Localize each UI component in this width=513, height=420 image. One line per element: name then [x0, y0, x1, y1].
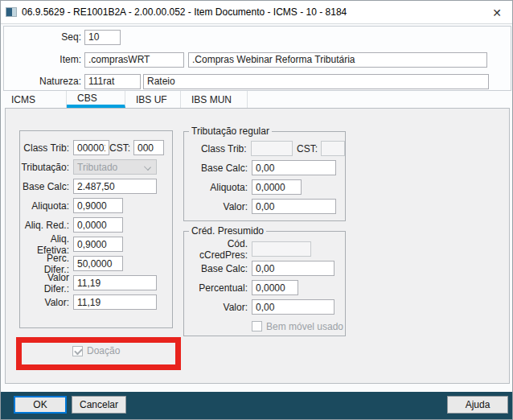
ccredpres-label: Cód. cCredPres: — [184, 238, 252, 261]
perc-difer-row: Perc. Difer.: — [20, 256, 172, 271]
tributacao-regular-groupbox: Tributação regular Class Trib: CST: Base… — [183, 131, 346, 221]
ok-button[interactable]: OK — [14, 396, 67, 414]
seq-label: Seq: — [4, 31, 81, 43]
reg-aliquota-input[interactable] — [252, 179, 302, 195]
valor-difer-row: Valor Difer.: — [20, 275, 172, 290]
cst-label: CST: — [109, 142, 133, 154]
close-button[interactable]: ✕ — [488, 4, 506, 21]
percentual-row: Percentual: — [184, 280, 345, 295]
pres-valor-input[interactable] — [252, 299, 334, 315]
seq-input[interactable] — [84, 30, 121, 45]
percentual-input[interactable] — [252, 280, 298, 295]
reg-base-calc-input[interactable] — [252, 160, 336, 175]
ccredpres-input[interactable] — [252, 241, 311, 257]
base-calc-input[interactable] — [73, 179, 157, 194]
natureza-code-input[interactable] — [84, 74, 141, 89]
item-label: Item: — [4, 54, 81, 65]
aliquota-row: Aliquota: — [20, 198, 172, 213]
reg-valor-row: Valor: — [184, 199, 345, 214]
tab-ibs-uf[interactable]: IBS UF — [125, 91, 181, 108]
close-icon: ✕ — [492, 6, 502, 19]
aliq-efetiva-input[interactable] — [73, 237, 123, 252]
reg-valor-label: Valor: — [184, 201, 252, 212]
doacao-checkbox-label: Doação — [87, 345, 120, 356]
perc-difer-input[interactable] — [73, 256, 123, 271]
pres-base-calc-label: Base Calc: — [184, 263, 252, 274]
cancel-button[interactable]: Cancelar — [72, 396, 126, 414]
aliquota-label: Aliquota: — [20, 200, 73, 212]
reg-cst-label: CST: — [293, 143, 321, 154]
cred-presumido-title: Créd. Presumido — [189, 225, 266, 237]
window-icon — [6, 7, 17, 17]
seq-row: Seq: — [4, 29, 511, 45]
aliq-red-row: Aliq. Red.: — [20, 217, 172, 233]
tab-ibs-uf-label: IBS UF — [136, 94, 167, 105]
natureza-label: Natureza: — [4, 76, 81, 87]
aliquota-input[interactable] — [73, 198, 123, 213]
reg-cst-input[interactable] — [321, 141, 345, 156]
reg-aliquota-label: Aliquota: — [184, 182, 252, 193]
tributacao-dropdown[interactable]: Tributado — [73, 159, 157, 175]
doacao-checkbox[interactable]: Doação — [72, 345, 120, 356]
ccredpres-row: Cód. cCredPres: — [184, 241, 345, 257]
tributacao-value: Tributado — [77, 162, 117, 173]
tab-icms[interactable]: ICMS — [1, 91, 67, 108]
reg-aliquota-row: Aliquota: — [184, 179, 345, 195]
valor-row: Valor: — [20, 294, 172, 310]
class-trib-input[interactable] — [73, 140, 109, 155]
reg-base-calc-label: Base Calc: — [184, 163, 252, 174]
header-panel: Seq: Item: Natureza: — [3, 26, 511, 91]
cst-input[interactable] — [133, 140, 164, 155]
item-row: Item: — [4, 51, 511, 68]
chevron-down-icon — [144, 163, 151, 171]
item-code-input[interactable] — [84, 52, 184, 68]
tab-icms-label: ICMS — [11, 94, 35, 105]
pres-base-calc-input[interactable] — [252, 261, 334, 276]
checkbox-unchecked-icon — [252, 321, 262, 331]
reg-class-trib-input[interactable] — [251, 141, 293, 156]
tabbar: ICMS CBS IBS UF IBS MUN — [1, 91, 512, 108]
tributacao-row: Tributação: Tributado — [20, 159, 172, 175]
percentual-label: Percentual: — [184, 282, 252, 294]
help-button[interactable]: Ajuda — [447, 396, 508, 414]
natureza-row: Natureza: — [4, 73, 511, 89]
reg-base-calc-row: Base Calc: — [184, 160, 345, 175]
class-trib-label: Class Trib: — [20, 142, 73, 154]
aliq-red-label: Aliq. Red.: — [20, 220, 73, 231]
natureza-desc-input[interactable] — [143, 74, 489, 89]
tributacao-regular-title: Tributação regular — [189, 126, 272, 137]
pres-valor-label: Valor: — [184, 302, 252, 313]
tab-cbs[interactable]: CBS — [67, 91, 125, 108]
tributacao-label: Tributação: — [20, 162, 73, 173]
class-trib-row: Class Trib: CST: — [20, 140, 172, 155]
cbs-left-groupbox: Class Trib: CST: Tributação: Tributado B… — [19, 130, 173, 328]
cbs-tab-panel: Class Trib: CST: Tributação: Tributado B… — [5, 108, 510, 384]
cred-presumido-groupbox: Créd. Presumido Cód. cCredPres: Base Cal… — [183, 231, 346, 336]
base-calc-row: Base Calc: — [20, 179, 172, 194]
tab-ibs-mun-label: IBS MUN — [191, 94, 232, 105]
bem-movel-checkbox[interactable]: Bem móvel usado — [252, 321, 343, 332]
reg-class-trib-row: Class Trib: CST: — [184, 141, 345, 156]
aliq-efetiva-row: Aliq. Efetiva: — [20, 237, 172, 252]
tab-cbs-label: CBS — [77, 93, 97, 104]
aliq-red-input[interactable] — [73, 217, 123, 233]
valor-difer-label: Valor Difer.: — [20, 272, 73, 294]
valor-difer-input[interactable] — [73, 275, 157, 290]
reg-valor-input[interactable] — [252, 199, 336, 214]
item-documento-dialog: 06.9.5629 - RE1001B2A - 2.00.00.052 - It… — [0, 0, 513, 420]
tab-ibs-mun[interactable]: IBS MUN — [181, 91, 248, 108]
bem-movel-row: Bem móvel usado — [252, 319, 345, 334]
window-title: 06.9.5629 - RE1001B2A - 2.00.00.052 - It… — [22, 6, 347, 18]
pres-base-calc-row: Base Calc: — [184, 261, 345, 276]
item-desc-input[interactable] — [188, 52, 487, 68]
bem-movel-checkbox-label: Bem móvel usado — [266, 321, 343, 332]
reg-class-trib-label: Class Trib: — [184, 143, 251, 154]
base-calc-label: Base Calc: — [20, 181, 73, 192]
pres-valor-row: Valor: — [184, 299, 345, 315]
titlebar: 06.9.5629 - RE1001B2A - 2.00.00.052 - It… — [1, 1, 512, 24]
checkbox-checked-icon — [72, 346, 83, 356]
valor-input[interactable] — [73, 294, 157, 310]
button-bar: OK Cancelar Ajuda — [1, 392, 512, 419]
valor-label: Valor: — [20, 297, 73, 308]
